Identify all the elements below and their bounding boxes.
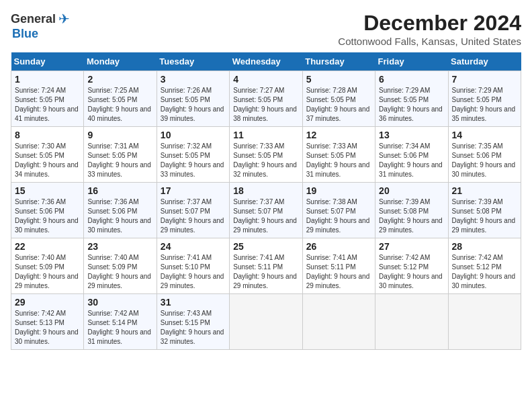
weekday-header-wednesday: Wednesday <box>230 52 302 71</box>
day-number: 11 <box>233 130 298 140</box>
calendar-cell: 22 Sunrise: 7:40 AMSunset: 5:09 PMDaylig… <box>11 238 84 294</box>
day-number: 9 <box>87 130 152 140</box>
day-info: Sunrise: 7:35 AMSunset: 5:06 PMDaylight:… <box>452 142 516 178</box>
page-header: General ✈ Blue December 2024 Cottonwood … <box>11 11 521 47</box>
day-info: Sunrise: 7:39 AMSunset: 5:08 PMDaylight:… <box>452 198 516 234</box>
day-number: 18 <box>233 185 298 196</box>
day-number: 10 <box>161 130 226 140</box>
weekday-header-tuesday: Tuesday <box>157 52 229 71</box>
day-number: 7 <box>452 74 517 85</box>
day-info: Sunrise: 7:40 AMSunset: 5:09 PMDaylight:… <box>87 254 151 289</box>
calendar-cell: 9 Sunrise: 7:31 AMSunset: 5:05 PMDayligh… <box>84 127 157 183</box>
day-number: 5 <box>306 74 371 85</box>
weekday-header-friday: Friday <box>375 52 448 71</box>
calendar-cell: 21 Sunrise: 7:39 AMSunset: 5:08 PMDaylig… <box>448 183 521 238</box>
day-info: Sunrise: 7:41 AMSunset: 5:11 PMDaylight:… <box>306 254 370 289</box>
calendar-week-1: 1 Sunrise: 7:24 AMSunset: 5:05 PMDayligh… <box>11 71 521 127</box>
day-info: Sunrise: 7:41 AMSunset: 5:11 PMDaylight:… <box>233 254 297 289</box>
logo-general-text: General <box>11 12 56 26</box>
day-number: 6 <box>379 74 444 85</box>
day-info: Sunrise: 7:27 AMSunset: 5:05 PMDaylight:… <box>233 87 297 122</box>
day-number: 25 <box>233 241 298 252</box>
day-number: 16 <box>87 185 152 196</box>
day-number: 31 <box>161 297 226 308</box>
calendar-cell: 30 Sunrise: 7:42 AMSunset: 5:14 PMDaylig… <box>84 294 157 350</box>
calendar-week-3: 15 Sunrise: 7:36 AMSunset: 5:06 PMDaylig… <box>11 183 521 238</box>
calendar-cell: 5 Sunrise: 7:28 AMSunset: 5:05 PMDayligh… <box>302 71 375 127</box>
calendar-cell: 1 Sunrise: 7:24 AMSunset: 5:05 PMDayligh… <box>11 71 84 127</box>
day-number: 13 <box>379 130 444 140</box>
day-number: 22 <box>15 241 80 252</box>
day-info: Sunrise: 7:42 AMSunset: 5:14 PMDaylight:… <box>87 310 151 345</box>
calendar-cell: 31 Sunrise: 7:43 AMSunset: 5:15 PMDaylig… <box>157 294 229 350</box>
day-number: 8 <box>15 130 80 140</box>
day-number: 19 <box>306 185 371 196</box>
calendar-cell: 4 Sunrise: 7:27 AMSunset: 5:05 PMDayligh… <box>230 71 302 127</box>
calendar-week-5: 29 Sunrise: 7:42 AMSunset: 5:13 PMDaylig… <box>11 294 521 350</box>
calendar-cell: 3 Sunrise: 7:26 AMSunset: 5:05 PMDayligh… <box>157 71 229 127</box>
calendar-cell: 28 Sunrise: 7:42 AMSunset: 5:12 PMDaylig… <box>448 238 521 294</box>
calendar-cell: 19 Sunrise: 7:38 AMSunset: 5:07 PMDaylig… <box>302 183 375 238</box>
calendar-cell: 12 Sunrise: 7:33 AMSunset: 5:05 PMDaylig… <box>302 127 375 183</box>
day-number: 24 <box>161 241 226 252</box>
day-number: 15 <box>15 185 80 196</box>
day-number: 20 <box>379 185 444 196</box>
day-number: 12 <box>306 130 371 140</box>
day-info: Sunrise: 7:34 AMSunset: 5:06 PMDaylight:… <box>379 142 443 178</box>
calendar-cell: 27 Sunrise: 7:42 AMSunset: 5:12 PMDaylig… <box>375 238 448 294</box>
day-number: 2 <box>87 74 152 85</box>
calendar-cell <box>230 294 302 350</box>
day-number: 17 <box>161 185 226 196</box>
calendar-table: SundayMondayTuesdayWednesdayThursdayFrid… <box>11 52 521 350</box>
calendar-cell: 8 Sunrise: 7:30 AMSunset: 5:05 PMDayligh… <box>11 127 84 183</box>
day-info: Sunrise: 7:38 AMSunset: 5:07 PMDaylight:… <box>306 198 370 234</box>
day-info: Sunrise: 7:29 AMSunset: 5:05 PMDaylight:… <box>379 87 443 122</box>
day-info: Sunrise: 7:42 AMSunset: 5:12 PMDaylight:… <box>379 254 443 289</box>
day-info: Sunrise: 7:36 AMSunset: 5:06 PMDaylight:… <box>15 198 79 234</box>
day-info: Sunrise: 7:39 AMSunset: 5:08 PMDaylight:… <box>379 198 443 234</box>
calendar-cell <box>375 294 448 350</box>
calendar-cell: 6 Sunrise: 7:29 AMSunset: 5:05 PMDayligh… <box>375 71 448 127</box>
day-info: Sunrise: 7:28 AMSunset: 5:05 PMDaylight:… <box>306 87 370 122</box>
day-info: Sunrise: 7:36 AMSunset: 5:06 PMDaylight:… <box>87 198 151 234</box>
page-subtitle: Cottonwood Falls, Kansas, United States <box>338 36 521 47</box>
calendar-cell: 10 Sunrise: 7:32 AMSunset: 5:05 PMDaylig… <box>157 127 229 183</box>
calendar-cell: 11 Sunrise: 7:33 AMSunset: 5:05 PMDaylig… <box>230 127 302 183</box>
day-number: 3 <box>161 74 226 85</box>
day-number: 21 <box>452 185 517 196</box>
day-info: Sunrise: 7:40 AMSunset: 5:09 PMDaylight:… <box>15 254 79 289</box>
day-info: Sunrise: 7:32 AMSunset: 5:05 PMDaylight:… <box>161 142 224 178</box>
day-info: Sunrise: 7:37 AMSunset: 5:07 PMDaylight:… <box>233 198 297 234</box>
logo: General ✈ Blue <box>11 11 70 41</box>
calendar-cell: 7 Sunrise: 7:29 AMSunset: 5:05 PMDayligh… <box>448 71 521 127</box>
day-number: 30 <box>87 297 152 308</box>
calendar-cell: 13 Sunrise: 7:34 AMSunset: 5:06 PMDaylig… <box>375 127 448 183</box>
day-number: 26 <box>306 241 371 252</box>
day-info: Sunrise: 7:31 AMSunset: 5:05 PMDaylight:… <box>87 142 151 178</box>
day-info: Sunrise: 7:43 AMSunset: 5:15 PMDaylight:… <box>161 310 224 345</box>
calendar-cell: 16 Sunrise: 7:36 AMSunset: 5:06 PMDaylig… <box>84 183 157 238</box>
day-info: Sunrise: 7:24 AMSunset: 5:05 PMDaylight:… <box>15 87 79 122</box>
day-number: 29 <box>15 297 80 308</box>
calendar-cell: 18 Sunrise: 7:37 AMSunset: 5:07 PMDaylig… <box>230 183 302 238</box>
day-number: 1 <box>15 74 80 85</box>
calendar-cell: 17 Sunrise: 7:37 AMSunset: 5:07 PMDaylig… <box>157 183 229 238</box>
day-info: Sunrise: 7:42 AMSunset: 5:13 PMDaylight:… <box>15 310 79 345</box>
calendar-cell: 23 Sunrise: 7:40 AMSunset: 5:09 PMDaylig… <box>84 238 157 294</box>
day-number: 14 <box>452 130 517 140</box>
day-number: 4 <box>233 74 298 85</box>
day-info: Sunrise: 7:41 AMSunset: 5:10 PMDaylight:… <box>161 254 224 289</box>
calendar-cell: 15 Sunrise: 7:36 AMSunset: 5:06 PMDaylig… <box>11 183 84 238</box>
calendar-header: SundayMondayTuesdayWednesdayThursdayFrid… <box>11 52 521 71</box>
weekday-header-monday: Monday <box>84 52 157 71</box>
day-info: Sunrise: 7:29 AMSunset: 5:05 PMDaylight:… <box>452 87 516 122</box>
weekday-header-sunday: Sunday <box>11 52 84 71</box>
calendar-cell: 14 Sunrise: 7:35 AMSunset: 5:06 PMDaylig… <box>448 127 521 183</box>
calendar-cell: 25 Sunrise: 7:41 AMSunset: 5:11 PMDaylig… <box>230 238 302 294</box>
day-number: 28 <box>452 241 517 252</box>
day-number: 23 <box>87 241 152 252</box>
calendar-week-2: 8 Sunrise: 7:30 AMSunset: 5:05 PMDayligh… <box>11 127 521 183</box>
calendar-cell <box>448 294 521 350</box>
calendar-cell: 20 Sunrise: 7:39 AMSunset: 5:08 PMDaylig… <box>375 183 448 238</box>
calendar-cell: 24 Sunrise: 7:41 AMSunset: 5:10 PMDaylig… <box>157 238 229 294</box>
